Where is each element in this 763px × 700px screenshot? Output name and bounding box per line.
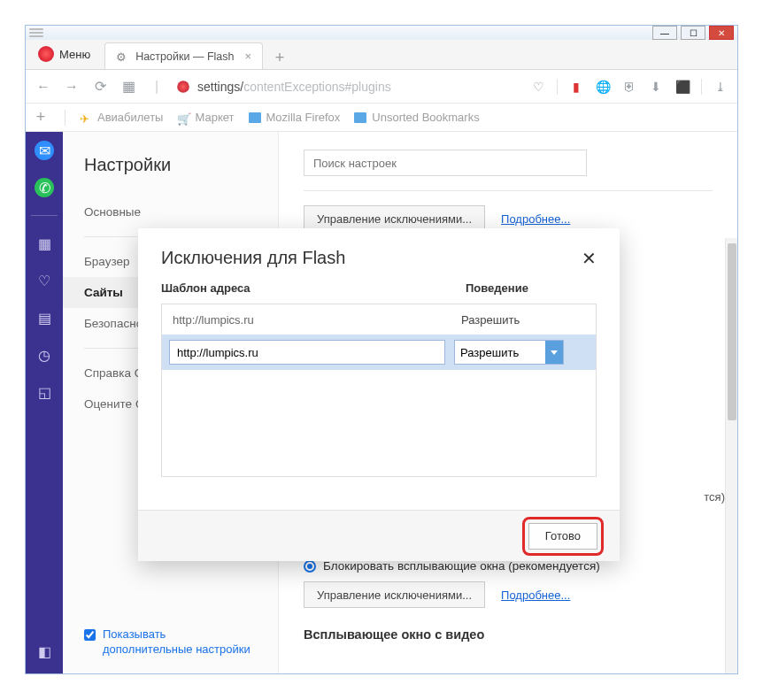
dialog-header: Исключения для Flash ✕: [138, 228, 620, 276]
whatsapp-icon[interactable]: ✆: [35, 178, 54, 197]
behavior-select[interactable]: Разрешить: [454, 340, 564, 365]
minimize-button[interactable]: —: [652, 26, 677, 40]
left-rail: ✉ ✆ ▦ ♡ ▤ ◷ ◱ ◧: [26, 132, 63, 673]
apps-icon[interactable]: ▦: [35, 234, 54, 253]
messenger-icon[interactable]: ✉: [35, 141, 54, 160]
learn-more-link[interactable]: Подробнее...: [501, 588, 570, 602]
dialog-close-button[interactable]: ✕: [582, 248, 597, 269]
dialog-footer: Готово: [138, 510, 620, 561]
divider: [557, 79, 558, 95]
maximize-button[interactable]: ☐: [681, 26, 705, 40]
block-popups-option[interactable]: Блокировать всплывающие окна (рекомендуе…: [304, 559, 713, 573]
save-icon[interactable]: ⤓: [713, 80, 728, 94]
add-bookmark-button[interactable]: +: [31, 108, 50, 127]
bookmark-market[interactable]: 🛒Маркет: [177, 111, 234, 124]
titlebar: — ☐ ✕: [26, 26, 737, 40]
extensions-icon[interactable]: ⬛: [674, 80, 690, 94]
divider: [31, 215, 57, 216]
close-tab-icon[interactable]: ×: [244, 50, 251, 63]
bookmark-aviabilety[interactable]: ✈Авиабилеты: [80, 111, 163, 124]
tab-bar: Меню ⚙ Настройки — Flash × +: [26, 40, 737, 70]
highlight-ring: Готово: [522, 517, 604, 556]
reload-button[interactable]: ⟳: [91, 78, 109, 95]
forward-button[interactable]: →: [63, 79, 81, 95]
table-row-editing: Разрешить: [162, 335, 596, 370]
bookmarks-bar: + ✈Авиабилеты 🛒Маркет Mozilla Firefox Un…: [26, 104, 737, 132]
manage-row: Управление исключениями... Подробнее...: [304, 581, 713, 608]
settings-title: Настройки: [63, 155, 278, 196]
show-additional-checkbox[interactable]: Показывать дополнительные настройки: [63, 627, 278, 658]
new-tab-button[interactable]: +: [268, 46, 291, 69]
heart-icon[interactable]: ♡: [35, 271, 54, 290]
exceptions-table: http://lumpics.ru Разрешить Разрешить: [161, 304, 597, 477]
globe-icon[interactable]: 🌐: [595, 80, 611, 94]
done-button[interactable]: Готово: [528, 523, 597, 550]
checkbox-input[interactable]: [84, 629, 96, 641]
divider: |: [148, 79, 166, 95]
divider: [304, 190, 713, 191]
news-icon[interactable]: ▤: [35, 308, 54, 327]
dialog-title: Исключения для Flash: [161, 248, 345, 268]
heart-icon[interactable]: ♡: [530, 80, 546, 94]
pattern-cell: http://lumpics.ru: [162, 313, 456, 327]
truncated-text: тся): [704, 490, 725, 504]
scrollbar[interactable]: [725, 238, 737, 673]
history-icon[interactable]: ◷: [35, 345, 54, 365]
sidebar-item-basic[interactable]: Основные: [63, 196, 278, 227]
behavior-cell: Разрешить: [456, 313, 520, 327]
opera-icon: [177, 81, 189, 93]
shield-icon[interactable]: ⛨: [621, 80, 637, 94]
settings-search-input[interactable]: [304, 150, 587, 176]
folder-icon: [249, 112, 261, 123]
back-button[interactable]: ←: [35, 79, 52, 95]
table-header: Шаблон адреса Поведение: [138, 276, 620, 300]
col-behavior: Поведение: [466, 281, 528, 295]
window-grip-icon: [29, 27, 43, 38]
plane-icon: ✈: [80, 112, 92, 123]
download-icon[interactable]: ⬇: [648, 80, 664, 94]
address-bar-row: ← → ⟳ ▦ | settings/contentExceptions#plu…: [26, 70, 737, 104]
sidebar-toggle-icon[interactable]: ◧: [35, 642, 54, 661]
radio-selected-icon: [304, 560, 316, 573]
bookmark-mozilla[interactable]: Mozilla Firefox: [249, 111, 341, 124]
bookmark-unsorted[interactable]: Unsorted Bookmarks: [354, 111, 479, 124]
flash-exceptions-dialog: Исключения для Flash ✕ Шаблон адреса Пов…: [138, 228, 620, 561]
toolbar-right: ♡ ▮ 🌐 ⛨ ⬇ ⬛ ⤓: [530, 79, 728, 95]
window-close-button[interactable]: ✕: [709, 26, 734, 40]
active-tab[interactable]: ⚙ Настройки — Flash ×: [104, 42, 263, 69]
extensions-icon[interactable]: ◱: [35, 382, 54, 402]
divider: [65, 110, 66, 126]
learn-more-link[interactable]: Подробнее...: [501, 212, 570, 226]
folder-icon: [354, 112, 366, 123]
gear-icon: ⚙: [116, 50, 128, 63]
menu-label: Меню: [59, 48, 90, 61]
adblock-icon[interactable]: ▮: [568, 80, 584, 94]
scrollbar-thumb[interactable]: [728, 243, 736, 420]
opera-icon: [38, 46, 54, 62]
cart-icon: 🛒: [177, 112, 189, 123]
address-field[interactable]: settings/contentExceptions#plugins: [176, 80, 391, 94]
opera-menu-button[interactable]: Меню: [26, 39, 103, 69]
tab-title: Настройки — Flash: [135, 50, 234, 63]
url-text: settings/contentExceptions#plugins: [197, 80, 391, 94]
divider: [701, 79, 702, 95]
table-row[interactable]: http://lumpics.ru Разрешить: [162, 304, 596, 335]
pip-heading: Всплывающее окно с видео: [304, 627, 713, 642]
pattern-input[interactable]: [169, 340, 445, 365]
manage-exceptions-button[interactable]: Управление исключениями...: [304, 581, 485, 608]
speed-dial-icon[interactable]: ▦: [119, 78, 137, 95]
col-pattern: Шаблон адреса: [161, 281, 466, 295]
